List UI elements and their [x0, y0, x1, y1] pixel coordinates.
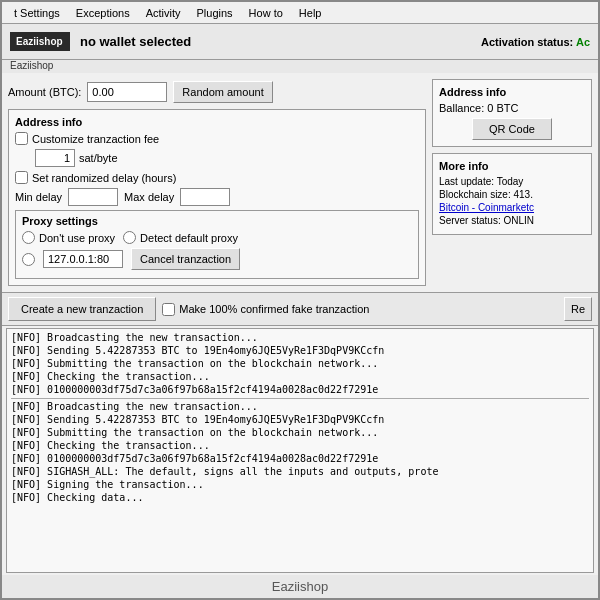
- address-info-box: Address info Customize tranzaction fee s…: [8, 109, 426, 286]
- proxy-option-detect: Detect default proxy: [123, 231, 238, 244]
- log-line: [NFO] Checking data...: [11, 491, 589, 504]
- log-line: [NFO] Broadcasting the new transaction..…: [11, 331, 589, 344]
- menu-plugins[interactable]: Plugins: [189, 5, 241, 21]
- customize-fee-checkbox[interactable]: [15, 132, 28, 145]
- eaziishop-sub-label: Eaziishop: [2, 60, 598, 73]
- header-title: no wallet selected: [80, 34, 481, 49]
- log-line: [NFO] 0100000003df75d7c3a06f97b68a15f2cf…: [11, 452, 589, 465]
- fee-input[interactable]: [35, 149, 75, 167]
- fake-transaction-checkbox[interactable]: [162, 303, 175, 316]
- log-wrapper: [NFO] Broadcasting the new transaction..…: [2, 326, 598, 575]
- log-line: [NFO] Submitting the transaction on the …: [11, 426, 589, 439]
- fake-transaction-text: Make 100% confirmed fake tranzaction: [179, 303, 369, 315]
- menubar: t Settings Exceptions Activity Plugins H…: [2, 2, 598, 24]
- header-bar: Eaziishop no wallet selected Activation …: [2, 24, 598, 60]
- main-window: t Settings Exceptions Activity Plugins H…: [0, 0, 600, 600]
- max-delay-label: Max delay: [124, 191, 174, 203]
- min-delay-label: Min delay: [15, 191, 62, 203]
- proxy-option-none: Don't use proxy: [22, 231, 115, 244]
- log-line: [NFO] Sending 5.42287353 BTC to 19En4omy…: [11, 344, 589, 357]
- log-line: [NFO] Checking the transaction...: [11, 439, 589, 452]
- fake-transaction-label: Make 100% confirmed fake tranzaction: [162, 303, 558, 316]
- fee-unit: sat/byte: [79, 152, 118, 164]
- log-line: [NFO] Broadcasting the new transaction..…: [11, 398, 589, 413]
- max-delay-input[interactable]: [180, 188, 230, 206]
- proxy-detect-label: Detect default proxy: [140, 232, 238, 244]
- min-delay-input[interactable]: [68, 188, 118, 206]
- menu-howto[interactable]: How to: [241, 5, 291, 21]
- server-status-text: Server status: ONLIN: [439, 215, 585, 226]
- menu-exceptions[interactable]: Exceptions: [68, 5, 138, 21]
- action-bar: Create a new tranzaction Make 100% confi…: [2, 292, 598, 326]
- amount-input[interactable]: [87, 82, 167, 102]
- coinmarket-link[interactable]: Bitcoin - Coinmarketc: [439, 202, 585, 213]
- activation-value: Ac: [576, 36, 590, 48]
- log-line: [NFO] SIGHASH_ALL: The default, signs al…: [11, 465, 589, 478]
- logo: Eaziishop: [10, 32, 70, 51]
- blockchain-size-text: Blockchain size: 413.: [439, 189, 585, 200]
- randomized-delay-row: Set randomized delay (hours): [15, 171, 419, 184]
- log-line: [NFO] 0100000003df75d7c3a06f97b68a15f2cf…: [11, 383, 589, 396]
- customize-fee-label: Customize tranzaction fee: [32, 133, 159, 145]
- menu-activity[interactable]: Activity: [138, 5, 189, 21]
- more-info-box: More info Last update: Today Blockchain …: [432, 153, 592, 235]
- proxy-options-row: Don't use proxy Detect default proxy: [22, 231, 412, 244]
- amount-label: Amount (BTC):: [8, 86, 81, 98]
- fee-row: sat/byte: [35, 149, 419, 167]
- cancel-transaction-button[interactable]: Cancel tranzaction: [131, 248, 240, 270]
- log-line: [NFO] Submitting the transaction on the …: [11, 357, 589, 370]
- content-area: Amount (BTC): Random amount Address info…: [2, 73, 598, 598]
- left-panel: Amount (BTC): Random amount Address info…: [8, 79, 426, 286]
- proxy-title: Proxy settings: [22, 215, 412, 227]
- menu-help[interactable]: Help: [291, 5, 330, 21]
- log-line: [NFO] Sending 5.42287353 BTC to 19En4omy…: [11, 413, 589, 426]
- more-info-title: More info: [439, 160, 585, 172]
- amount-row: Amount (BTC): Random amount: [8, 79, 426, 105]
- address-info-title: Address info: [15, 116, 419, 128]
- create-transaction-button[interactable]: Create a new tranzaction: [8, 297, 156, 321]
- re-button[interactable]: Re: [564, 297, 592, 321]
- right-address-box: Address info Ballance: 0 BTC QR Code: [432, 79, 592, 147]
- proxy-none-label: Don't use proxy: [39, 232, 115, 244]
- proxy-manual-row: Cancel tranzaction: [22, 248, 412, 270]
- balance-text: Ballance: 0 BTC: [439, 102, 585, 114]
- proxy-box: Proxy settings Don't use proxy Detect de…: [15, 210, 419, 279]
- proxy-detect-radio[interactable]: [123, 231, 136, 244]
- last-update-text: Last update: Today: [439, 176, 585, 187]
- randomized-delay-label: Set randomized delay (hours): [32, 172, 176, 184]
- delay-row: Min delay Max delay: [15, 188, 419, 206]
- log-line: [NFO] Checking the transaction...: [11, 370, 589, 383]
- right-address-title: Address info: [439, 86, 585, 98]
- log-area: [NFO] Broadcasting the new transaction..…: [6, 328, 594, 573]
- log-line: [NFO] Signing the transaction...: [11, 478, 589, 491]
- right-panel: Address info Ballance: 0 BTC QR Code Mor…: [432, 79, 592, 286]
- watermark: Eaziishop: [2, 575, 598, 598]
- activation-status: Activation status: Ac: [481, 36, 590, 48]
- proxy-manual-radio[interactable]: [22, 253, 35, 266]
- main-panel: Amount (BTC): Random amount Address info…: [2, 73, 598, 292]
- proxy-none-radio[interactable]: [22, 231, 35, 244]
- proxy-ip-input[interactable]: [43, 250, 123, 268]
- randomized-delay-checkbox[interactable]: [15, 171, 28, 184]
- random-amount-button[interactable]: Random amount: [173, 81, 272, 103]
- menu-settings[interactable]: t Settings: [6, 5, 68, 21]
- qr-code-button[interactable]: QR Code: [472, 118, 552, 140]
- customize-fee-row: Customize tranzaction fee: [15, 132, 419, 145]
